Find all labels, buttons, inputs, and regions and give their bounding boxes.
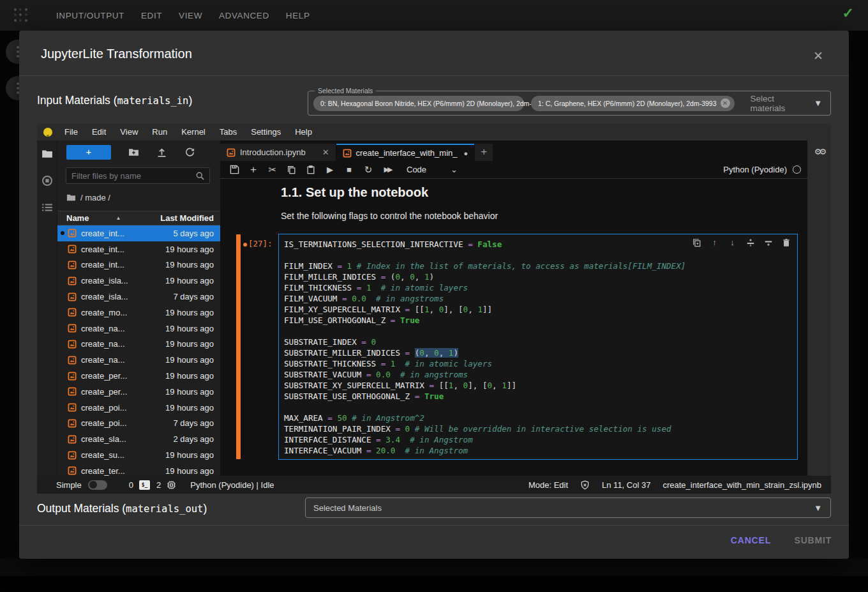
save-icon[interactable]: [229, 165, 239, 175]
chip-remove-icon[interactable]: ✕: [721, 98, 730, 108]
jupyter-menu-settings[interactable]: Settings: [244, 127, 288, 137]
kernel-chip-icon[interactable]: [167, 480, 176, 490]
code-line[interactable]: FILM_XY_SUPERCELL_MATRIX = [[1, 0], [0, …: [284, 304, 685, 315]
app-menu-input-output[interactable]: INPUT/OUTPUT: [56, 11, 124, 20]
jupyter-menu-help[interactable]: Help: [288, 127, 319, 137]
file-row[interactable]: create_int...19 hours ago: [57, 241, 220, 257]
status-filename[interactable]: create_interface_with_min_strain_zsl.ipy…: [662, 480, 821, 490]
jupyter-menu-kernel[interactable]: Kernel: [174, 127, 213, 137]
code-content[interactable]: IS_TERMINATIONS_SELECTION_INTERACTIVE = …: [284, 239, 685, 456]
output-materials-dropdown[interactable]: Selected Materials ▼: [305, 497, 831, 518]
cursor-position[interactable]: Ln 11, Col 37: [602, 480, 650, 490]
material-chip[interactable]: 0: BN, Hexagonal Boron Nitride, HEX (P6/…: [313, 96, 524, 111]
file-row[interactable]: create_isla...7 days ago: [57, 289, 220, 305]
tab-introduction-ipynb[interactable]: Introduction.ipynb✕: [220, 144, 336, 161]
upload-icon[interactable]: [156, 147, 167, 158]
code-line[interactable]: [284, 250, 685, 261]
file-row[interactable]: create_sla...2 days ago: [57, 431, 220, 447]
kernel-status-text[interactable]: Python (Pyodide) | Idle: [190, 480, 274, 490]
code-line[interactable]: INTERFACE_VACUUM = 20.0 # in Angstrom: [284, 445, 685, 456]
code-line[interactable]: [284, 402, 685, 413]
new-launcher-button[interactable]: +: [66, 145, 111, 160]
jupyter-menu-view[interactable]: View: [113, 127, 145, 137]
code-line[interactable]: MAX_AREA = 50 # in Angstrom^2: [284, 413, 685, 423]
paste-icon[interactable]: [306, 165, 316, 175]
move-cell-up-icon[interactable]: ↑: [710, 238, 719, 247]
new-folder-icon[interactable]: [128, 147, 139, 158]
file-row[interactable]: create_na...19 hours ago: [57, 352, 220, 368]
code-line[interactable]: INTERFACE_DISTANCE = 3.4 # in Angstrom: [284, 434, 685, 445]
file-row[interactable]: create_su...19 hours ago: [57, 447, 220, 463]
run-icon[interactable]: ▶: [325, 165, 335, 175]
running-sessions-icon[interactable]: [41, 175, 53, 186]
table-of-contents-icon[interactable]: [41, 202, 53, 213]
close-icon[interactable]: ✕: [813, 49, 823, 63]
filter-files-input[interactable]: Filter files by name: [66, 167, 210, 184]
column-last-modified[interactable]: Last Modified: [160, 213, 214, 223]
file-row[interactable]: create_na...19 hours ago: [57, 321, 220, 337]
file-row[interactable]: create_int...5 days ago: [57, 225, 220, 241]
jupyter-menu-tabs[interactable]: Tabs: [213, 127, 244, 137]
code-line[interactable]: FILM_INDEX = 1 # Index in the list of ma…: [284, 261, 685, 271]
file-row[interactable]: create_na...19 hours ago: [57, 337, 220, 353]
app-menu-help[interactable]: HELP: [286, 11, 310, 20]
code-line[interactable]: [284, 326, 685, 337]
tab-create-interface-with-min-[interactable]: create_interface_with_min_●: [336, 144, 475, 161]
file-row[interactable]: create_mo...19 hours ago: [57, 305, 220, 321]
app-menu-advanced[interactable]: ADVANCED: [219, 11, 269, 20]
mode-indicator[interactable]: Mode: Edit: [528, 480, 568, 490]
file-row[interactable]: create_per...19 hours ago: [57, 368, 220, 384]
code-line[interactable]: FILM_VACUUM = 0.0 # in angstroms: [284, 293, 685, 304]
chevron-down-icon[interactable]: ▼: [814, 98, 822, 108]
code-cell-editor[interactable]: IS_TERMINATIONS_SELECTION_INTERACTIVE = …: [278, 234, 798, 460]
file-browser-icon[interactable]: [41, 148, 53, 160]
file-row[interactable]: create_poi...19 hours ago: [57, 400, 220, 416]
cut-icon[interactable]: ✂: [267, 165, 278, 175]
file-row[interactable]: create_per...19 hours ago: [57, 384, 220, 400]
code-line[interactable]: FILM_MILLER_INDICES = (0, 0, 1): [284, 271, 685, 282]
file-list-header[interactable]: Name ▲ Last Modified: [57, 211, 220, 225]
code-line[interactable]: FILM_THICKNESS = 1 # in atomic layers: [284, 282, 685, 293]
app-menu-edit[interactable]: EDIT: [141, 11, 162, 20]
file-row[interactable]: create_int...19 hours ago: [57, 257, 220, 273]
file-row[interactable]: create_ter...19 hours ago: [57, 463, 220, 476]
move-cell-down-icon[interactable]: ↓: [728, 238, 737, 247]
selected-materials-field[interactable]: Selected Materials 0: BN, Hexagonal Boro…: [308, 91, 831, 116]
code-line[interactable]: FILM_USE_ORTHOGONAL_Z = True: [284, 315, 685, 326]
code-line[interactable]: SUBSTRATE_VACUUM = 0.0 # in angstroms: [284, 369, 685, 380]
app-logo-icon[interactable]: [14, 8, 28, 22]
shield-x-icon[interactable]: [580, 480, 590, 490]
code-line[interactable]: IS_TERMINATIONS_SELECTION_INTERACTIVE = …: [284, 239, 685, 250]
code-line[interactable]: SUBSTRATE_THICKNESS = 1 # in atomic laye…: [284, 358, 685, 369]
jupyter-menu-edit[interactable]: Edit: [85, 127, 113, 137]
app-menu-view[interactable]: VIEW: [179, 11, 202, 20]
jupyter-menu-file[interactable]: File: [57, 127, 85, 137]
property-inspector-gears-icon[interactable]: ⚙⚙: [812, 147, 827, 156]
simple-mode-toggle[interactable]: [88, 480, 107, 490]
delete-cell-icon[interactable]: [781, 238, 791, 247]
markdown-heading[interactable]: 1.1. Set up the notebook: [281, 185, 428, 200]
tab-close-icon[interactable]: ✕: [322, 148, 329, 157]
add-cell-icon[interactable]: +: [248, 165, 258, 175]
check-icon[interactable]: ✓: [842, 5, 854, 22]
lightbulb-icon[interactable]: [43, 128, 52, 137]
file-row[interactable]: create_poi...7 days ago: [57, 416, 220, 432]
file-row[interactable]: create_isla...19 hours ago: [57, 273, 220, 289]
kernel-status-icon[interactable]: [793, 165, 801, 174]
add-tab-button[interactable]: +: [475, 144, 493, 161]
duplicate-cell-icon[interactable]: [692, 238, 701, 247]
active-cell-indicator[interactable]: [236, 234, 241, 459]
restart-kernel-icon[interactable]: ↻: [363, 165, 373, 175]
material-chip[interactable]: 1: C, Graphene, HEX (P6/mmm) 2D (Monolay…: [531, 96, 735, 111]
code-line[interactable]: SUBSTRATE_XY_SUPERCELL_MATRIX = [[1, 0],…: [284, 380, 685, 391]
markdown-paragraph[interactable]: Set the following flags to control the n…: [281, 211, 498, 221]
code-line[interactable]: SUBSTRATE_MILLER_INDICES = (0, 0, 1): [284, 347, 685, 358]
kernel-name-button[interactable]: Python (Pyodide): [723, 165, 787, 174]
breadcrumb[interactable]: / made /: [66, 193, 110, 202]
copy-icon[interactable]: [287, 165, 297, 175]
insert-cell-below-icon[interactable]: [763, 238, 773, 247]
submit-button[interactable]: SUBMIT: [795, 535, 832, 545]
cancel-button[interactable]: CANCEL: [731, 535, 771, 545]
jupyter-menu-run[interactable]: Run: [145, 127, 174, 137]
refresh-icon[interactable]: [184, 147, 195, 158]
